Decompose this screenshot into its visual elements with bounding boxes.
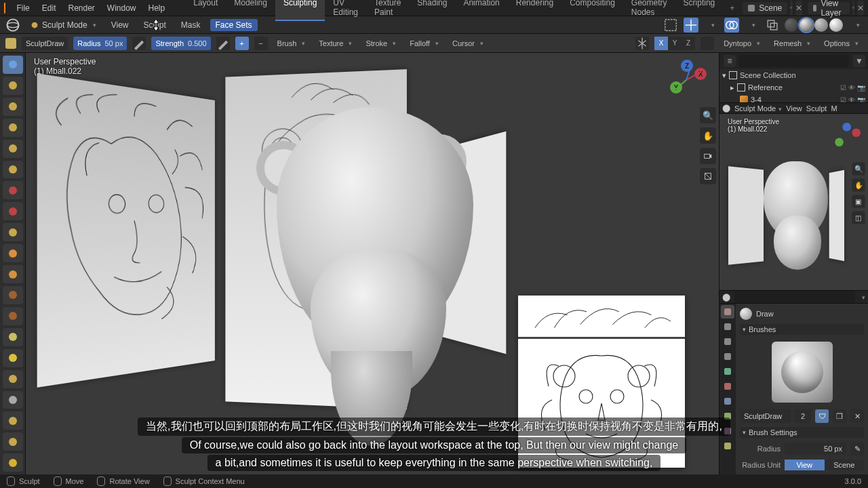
reference-image-panel[interactable]	[518, 296, 685, 468]
editor-type-selector[interactable]	[5, 18, 20, 33]
props-tab-8[interactable]	[721, 424, 734, 438]
pan-icon[interactable]: ✋	[700, 127, 716, 144]
facesets-menu[interactable]: Face Sets	[210, 19, 258, 31]
workspace-tab-shading[interactable]: Shading	[409, 0, 455, 21]
sculpt-tool-13[interactable]	[3, 328, 23, 346]
radius-unit-toggle[interactable]: View Scene	[785, 460, 864, 470]
shade-matpreview-icon[interactable]	[814, 18, 828, 32]
workspace-tab-sculpting[interactable]: Sculpting	[275, 0, 325, 21]
sculpt-tool-15[interactable]	[3, 370, 23, 388]
workspace-tab-layout[interactable]: Layout	[185, 0, 226, 21]
sculpt-tool-9[interactable]	[3, 244, 23, 262]
symmetry-options-icon[interactable]	[701, 37, 714, 50]
sculpt-tool-2[interactable]	[3, 98, 23, 116]
sculpt-tool-6[interactable]	[3, 181, 23, 199]
sculpt-tool-7[interactable]	[3, 202, 23, 220]
props-type-icon[interactable]: ⬤	[722, 293, 730, 302]
props-tab-9[interactable]	[721, 439, 734, 453]
scene-new-button[interactable]	[790, 1, 792, 16]
viewport-3d-secondary[interactable]: User Perspective(1) Mball.022 🔍 ✋ ▣	[719, 114, 868, 290]
tool-name-field[interactable]: SculptDraw	[22, 37, 68, 50]
sculpt-tool-0[interactable]	[3, 56, 23, 74]
outliner-search[interactable]	[738, 55, 849, 67]
sculpt-tool-1[interactable]	[3, 77, 23, 95]
props-tab-2[interactable]	[721, 335, 734, 348]
editor2-view-menu[interactable]: View	[786, 104, 802, 113]
sculpt-tool-4[interactable]	[3, 140, 23, 158]
viewport-3d[interactable]: User Perspective (1) Mball.022	[26, 53, 719, 474]
sculpt-tool-16[interactable]	[3, 391, 23, 409]
pan-icon-sec[interactable]: ✋	[852, 178, 865, 191]
menu-help[interactable]: Help	[143, 1, 171, 15]
outliner[interactable]: ≡ ▼ ▾Scene Collection ▸ Reference☑ 👁 📷3-…	[719, 53, 868, 103]
radius-pressure-toggle[interactable]	[132, 37, 146, 50]
menu-window[interactable]: Window	[102, 1, 142, 15]
nav-gizmo-secondary[interactable]	[832, 123, 861, 151]
mode-selector[interactable]: Sculpt Mode	[24, 19, 102, 31]
nav-gizmo[interactable]: X Y Z	[666, 60, 707, 100]
radius-pressure-prop[interactable]: ✎	[850, 442, 864, 455]
sculpt-tool-11[interactable]	[3, 286, 23, 304]
sculpt-tool-3[interactable]	[3, 119, 23, 137]
shade-solid-icon[interactable]	[800, 18, 813, 32]
props-tab-3[interactable]	[721, 350, 734, 363]
radius-slider[interactable]: Radius50 px	[73, 37, 127, 50]
falloff-dropdown[interactable]: Falloff	[406, 38, 443, 49]
strength-slider[interactable]: Strength0.500	[151, 37, 210, 50]
xray-toggle-icon[interactable]	[765, 18, 780, 33]
brush-unlink[interactable]: ✕	[850, 409, 864, 423]
sculpt-tool-5[interactable]	[3, 161, 23, 179]
shade-wireframe-icon[interactable]	[785, 18, 798, 32]
props-tab-1[interactable]	[721, 320, 734, 333]
outliner-type-icon[interactable]: ≡	[724, 55, 736, 67]
options-dropdown[interactable]: Options	[820, 38, 863, 49]
viewlayer-selector[interactable]: View Layer	[808, 2, 850, 14]
outliner-row-3-4[interactable]: 3-4☑ 👁 📷	[719, 94, 868, 103]
persp-ortho-icon[interactable]	[700, 168, 716, 184]
workspace-add[interactable]: +	[724, 1, 740, 15]
brush-settings-panel-header[interactable]: Brush Settings	[740, 427, 864, 438]
sculpt-tool-12[interactable]	[3, 307, 23, 325]
view-menu[interactable]: View	[106, 19, 134, 31]
editor2-mode[interactable]: Sculpt Mode	[734, 104, 782, 113]
sculpt-tool-19[interactable]	[3, 453, 23, 472]
scene-selector[interactable]: Scene	[743, 2, 787, 14]
sculpt-tool-8[interactable]	[3, 223, 23, 241]
zoom-icon[interactable]: 🔍	[700, 107, 716, 123]
props-tab-7[interactable]	[721, 409, 734, 423]
stroke-dropdown[interactable]: Stroke	[361, 38, 400, 49]
menu-render[interactable]: Render	[62, 1, 100, 15]
brush-fake-user[interactable]: 🛡	[815, 409, 829, 423]
props-tab-5[interactable]	[721, 380, 734, 393]
zoom-icon-sec[interactable]: 🔍	[852, 162, 865, 175]
gizmo-dropdown[interactable]	[704, 18, 719, 33]
dyntopo-dropdown[interactable]: Dyntopo	[719, 38, 764, 49]
workspace-tab-uv-editing[interactable]: UV Editing	[325, 0, 366, 21]
sculpt-tool-10[interactable]	[3, 265, 23, 283]
outliner-row-Reference[interactable]: ▸ Reference☑ 👁 📷	[719, 81, 868, 94]
brush-thumbnail[interactable]	[772, 342, 833, 403]
overlays-toggle-icon[interactable]	[724, 18, 739, 33]
direction-sub-toggle[interactable]: −	[254, 37, 268, 50]
texture-dropdown[interactable]: Texture	[315, 38, 356, 49]
radius-unit-scene[interactable]: Scene	[825, 460, 865, 470]
editor2-type-icon[interactable]: ⬤	[722, 104, 730, 113]
symmetry-z-toggle[interactable]: Z	[682, 37, 695, 50]
sculpt-tool-17[interactable]	[3, 411, 23, 430]
gizmo-toggle-icon[interactable]	[684, 18, 698, 33]
brushes-panel-header[interactable]: Brushes	[740, 324, 864, 335]
sculpt-tool-18[interactable]	[3, 432, 23, 451]
viewlayer-new-button[interactable]	[852, 1, 854, 16]
overlays-dropdown[interactable]	[745, 18, 760, 33]
props-tab-0[interactable]	[721, 305, 734, 319]
brush-dropdown[interactable]: Brush	[273, 38, 310, 49]
workspace-tab-texture-paint[interactable]: Texture Paint	[366, 0, 409, 21]
mask-menu[interactable]: Mask	[176, 19, 206, 31]
symmetry-x-toggle[interactable]: X	[654, 37, 668, 50]
scene-delete-button[interactable]: ✕	[795, 1, 802, 16]
props-tab-6[interactable]	[721, 394, 734, 408]
editor2-m-menu[interactable]: M	[831, 104, 837, 113]
camera-icon-sec[interactable]: ▣	[852, 195, 865, 207]
brush-users[interactable]: 2	[795, 409, 811, 423]
mirror-icon[interactable]	[635, 37, 649, 50]
